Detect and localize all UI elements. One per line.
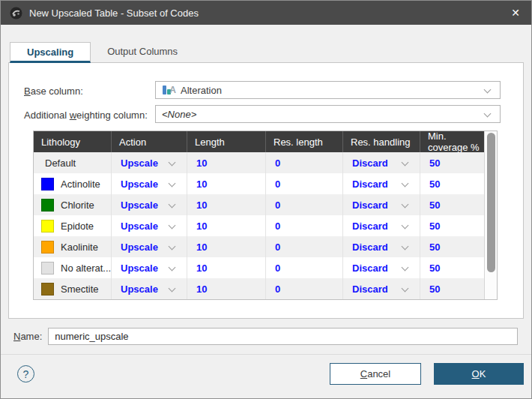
res-handling-value: Discard xyxy=(352,284,388,295)
lithology-label: No alterat... xyxy=(61,262,111,274)
res-length-value: 0 xyxy=(275,242,280,253)
weighting-column-label: Additional weighting column: xyxy=(24,110,148,121)
length-field[interactable]: 10 xyxy=(187,215,266,236)
action-value: Upscale xyxy=(121,178,158,190)
scrollbar-thumb[interactable] xyxy=(487,133,495,272)
table-scrollbar[interactable] xyxy=(484,131,497,299)
res-handling-value: Discard xyxy=(352,158,388,169)
min-coverage-field[interactable]: 50 xyxy=(420,152,484,173)
base-column-select[interactable]: A Alteration xyxy=(155,81,501,99)
action-select[interactable]: Upscale xyxy=(112,215,187,236)
color-swatch xyxy=(41,220,54,232)
min-coverage-field[interactable]: 50 xyxy=(420,173,484,194)
lithology-label: Actinolite xyxy=(61,178,100,190)
length-field[interactable]: 10 xyxy=(187,257,266,278)
color-swatch xyxy=(41,178,54,190)
length-value: 10 xyxy=(196,242,207,253)
chevron-down-icon xyxy=(169,159,176,166)
action-select[interactable]: Upscale xyxy=(112,236,187,257)
action-select[interactable]: Upscale xyxy=(112,152,187,173)
action-select[interactable]: Upscale xyxy=(112,173,187,194)
res-length-field[interactable]: 0 xyxy=(266,236,343,257)
min-coverage-field[interactable]: 50 xyxy=(420,257,484,278)
tab-output-columns[interactable]: Output Columns xyxy=(91,42,194,63)
action-select[interactable]: Upscale xyxy=(112,257,187,278)
length-value: 10 xyxy=(196,200,207,211)
lithology-label: Kaolinite xyxy=(61,242,98,253)
res-length-field[interactable]: 0 xyxy=(266,215,343,236)
chevron-down-icon xyxy=(402,201,409,208)
length-value: 10 xyxy=(196,262,207,274)
lithology-cell: Smectite xyxy=(34,278,112,299)
length-field[interactable]: 10 xyxy=(187,152,266,173)
action-value: Upscale xyxy=(121,242,158,253)
res-length-field[interactable]: 0 xyxy=(266,194,343,215)
min-coverage-field[interactable]: 50 xyxy=(420,278,484,299)
res-length-field[interactable]: 0 xyxy=(266,278,343,299)
length-value: 10 xyxy=(196,178,207,190)
min-coverage-field[interactable]: 50 xyxy=(420,215,484,236)
length-value: 10 xyxy=(196,158,207,169)
res-handling-value: Discard xyxy=(352,178,388,190)
base-column-label: Base column: xyxy=(24,86,83,97)
action-value: Upscale xyxy=(121,262,158,274)
chevron-down-icon xyxy=(169,180,176,188)
chevron-down-icon xyxy=(169,201,176,208)
action-select[interactable]: Upscale xyxy=(112,278,187,299)
lithology-label: Epidote xyxy=(61,220,94,232)
min-coverage-value: 50 xyxy=(429,178,440,190)
min-coverage-field[interactable]: 50 xyxy=(420,194,484,215)
action-value: Upscale xyxy=(121,200,158,211)
tab-upscaling[interactable]: Upscaling xyxy=(10,42,91,63)
tab-bar: UpscalingOutput Columns xyxy=(10,42,524,63)
color-swatch xyxy=(41,283,54,296)
lithology-label: Smectite xyxy=(61,284,99,295)
header-cell-lithology: Lithology xyxy=(34,131,112,152)
table-row: DefaultUpscale100Discard50 xyxy=(34,152,484,173)
res-handling-select[interactable]: Discard xyxy=(343,236,420,257)
close-icon: ✕ xyxy=(511,7,520,19)
action-select[interactable]: Upscale xyxy=(112,194,187,215)
lithology-cell: Chlorite xyxy=(34,194,112,215)
weighting-column-select[interactable]: <None> xyxy=(155,105,501,123)
res-handling-select[interactable]: Discard xyxy=(343,278,420,299)
min-coverage-value: 50 xyxy=(429,200,440,211)
chevron-down-icon xyxy=(169,285,176,292)
help-button[interactable]: ? xyxy=(17,365,34,382)
table-row: KaoliniteUpscale100Discard50 xyxy=(34,236,484,257)
min-coverage-value: 50 xyxy=(429,284,440,295)
res-length-field[interactable]: 0 xyxy=(266,173,343,194)
header-cell-res-length: Res. length xyxy=(266,131,343,152)
res-handling-select[interactable]: Discard xyxy=(343,257,420,278)
length-field[interactable]: 10 xyxy=(187,236,266,257)
table-row: EpidoteUpscale100Discard50 xyxy=(34,215,484,236)
res-length-value: 0 xyxy=(275,200,280,211)
window-title: New Upscaled Table - Subset of Codes xyxy=(29,8,199,19)
min-coverage-value: 50 xyxy=(429,158,440,169)
lithology-cell: Epidote xyxy=(34,215,112,236)
chevron-down-icon xyxy=(402,264,409,272)
action-value: Upscale xyxy=(121,220,158,232)
res-length-field[interactable]: 0 xyxy=(266,257,343,278)
res-handling-select[interactable]: Discard xyxy=(343,152,420,173)
category-column-icon: A xyxy=(162,84,175,96)
lithology-cell: Actinolite xyxy=(34,173,112,194)
res-handling-select[interactable]: Discard xyxy=(343,173,420,194)
table-row: ActinoliteUpscale100Discard50 xyxy=(34,173,484,194)
action-value: Upscale xyxy=(121,158,158,169)
res-handling-select[interactable]: Discard xyxy=(343,215,420,236)
name-input[interactable] xyxy=(48,328,518,345)
length-field[interactable]: 10 xyxy=(187,278,266,299)
res-handling-value: Discard xyxy=(352,242,388,253)
min-coverage-field[interactable]: 50 xyxy=(420,236,484,257)
name-label: Name: xyxy=(13,331,42,342)
cancel-button[interactable]: Cancel xyxy=(330,363,421,385)
min-coverage-value: 50 xyxy=(429,220,440,232)
chevron-down-icon xyxy=(484,110,492,118)
length-field[interactable]: 10 xyxy=(187,194,266,215)
length-field[interactable]: 10 xyxy=(187,173,266,194)
ok-button[interactable]: OK xyxy=(434,363,524,385)
res-handling-select[interactable]: Discard xyxy=(343,194,420,215)
close-button[interactable]: ✕ xyxy=(500,1,531,25)
res-length-field[interactable]: 0 xyxy=(266,152,343,173)
